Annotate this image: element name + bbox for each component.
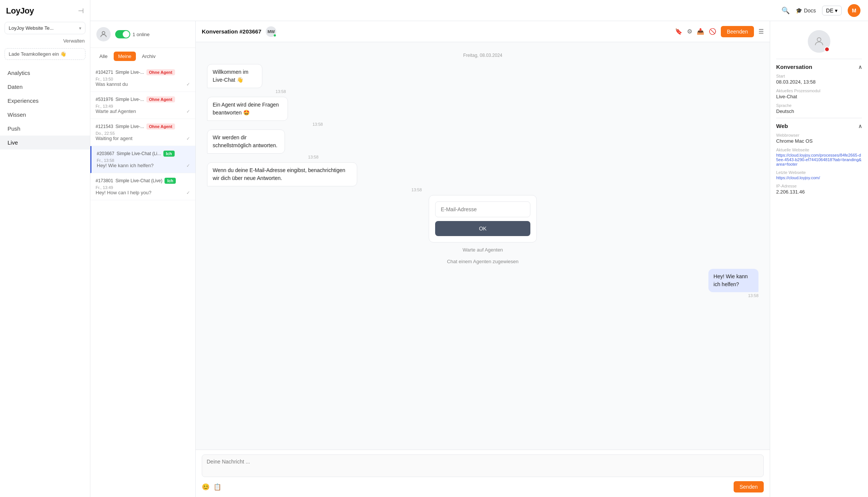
sidebar-item-daten[interactable]: Daten [0, 80, 90, 94]
status-badge: Ohne Agent [146, 96, 175, 102]
docs-link[interactable]: 🎓 Docs [796, 8, 816, 14]
web-label: Web [776, 123, 788, 129]
email-form: OK [429, 195, 537, 242]
conv-time: Fr., 13:50 [96, 77, 113, 81]
sprache-value: Deutsch [776, 108, 862, 114]
agent-avatar [96, 27, 111, 41]
message-row: Hey! Wie kann ich helfen? 13:58 [207, 269, 758, 298]
webbrowser-value: Chrome Mac OS [776, 138, 862, 144]
start-row: Start 08.03.2024, 13:58 [776, 74, 862, 85]
bookmark-icon[interactable]: 🔖 [675, 28, 682, 35]
conversation-tabs: Alle Meine Archiv [90, 48, 195, 65]
conv-preview-text: Hey! Wie kann ich helfen? [97, 163, 154, 168]
sidebar-item-push[interactable]: Push [0, 122, 90, 136]
collapse-button[interactable]: ⊣ [78, 7, 84, 15]
chat-header-actions: 🔖 ⚙ 📥 🚫 Beenden ☰ [675, 26, 764, 37]
webbrowser-label: Webbrowser [776, 133, 862, 137]
check-icon: ✓ [186, 82, 190, 87]
sidebar-item-experiences[interactable]: Experiences [0, 94, 90, 108]
tab-meine[interactable]: Meine [114, 52, 136, 61]
prozessmodul-row: Aktuelles Prozessmodul Live-Chat [776, 88, 862, 99]
chat-header: Konversation #203667 MW 🔖 ⚙ 📥 🚫 Beenden … [196, 21, 770, 42]
conv-list-header: 1 online [90, 21, 195, 48]
template-icon[interactable]: 📋 [213, 483, 221, 491]
start-label: Start [776, 74, 862, 78]
online-count: 1 online [132, 32, 150, 37]
workspace-selector[interactable]: LoyJoy Website Te... ▾ [5, 22, 85, 34]
check-icon: ✓ [186, 190, 190, 195]
sidebar-item-wissen[interactable]: Wissen [0, 108, 90, 122]
prozessmodul-label: Aktuelles Prozessmodul [776, 88, 862, 93]
search-icon[interactable]: 🔍 [781, 6, 790, 15]
online-toggle-area: 1 online [115, 30, 150, 38]
user-avatar-button[interactable]: M [848, 4, 860, 17]
aktuelle-webseite-row: Aktuelle Webseite https://cloud.loyjoy.c… [776, 148, 862, 166]
webbrowser-row: Webbrowser Chrome Mac OS [776, 133, 862, 144]
senden-button[interactable]: Senden [734, 481, 764, 492]
conv-time: Fr., 13:49 [96, 104, 113, 108]
conversation-list: #104271 Simple Live-... Ohne Agent Fr., … [90, 65, 195, 497]
letzte-webseite-value: https://cloud.loyjoy.com/ [776, 175, 862, 180]
emoji-icon[interactable]: 😊 [202, 483, 210, 491]
sprache-label: Sprache [776, 103, 862, 108]
docs-icon: 🎓 [796, 8, 802, 14]
web-section-header[interactable]: Web ∧ [776, 123, 862, 129]
chevron-up-icon: ∧ [858, 64, 862, 70]
conv-preview-text: Hey! How can I help you? [96, 190, 151, 195]
conv-name: Simple Live-... [116, 97, 144, 102]
status-badge: Ich [163, 151, 175, 157]
list-item[interactable]: #203667 Simple Live-Chat (Li... Ich Fr.,… [90, 146, 195, 173]
ip-label: IP-Adresse [776, 184, 862, 188]
conv-preview-text: Was kannst du [96, 81, 128, 87]
conv-name: Simple Live-... [116, 124, 144, 129]
message-bubble: Willkommen im Live-Chat 👋 [207, 64, 262, 88]
lang-chevron-icon: ▾ [835, 8, 838, 14]
main: 🔍 🎓 Docs DE ▾ M 1 online Alle [90, 0, 868, 497]
chat-title: Konversation #203667 [202, 28, 261, 35]
user-initials: MW [268, 29, 275, 34]
ip-row: IP-Adresse 2.206.131.46 [776, 184, 862, 195]
assign-icon[interactable]: ⚙ [687, 28, 692, 35]
list-item[interactable]: #104271 Simple Live-... Ohne Agent Fr., … [90, 65, 195, 92]
list-item[interactable]: #173801 Simple Live-Chat (Live) Ich Fr.,… [90, 173, 195, 200]
conv-id: #203667 [97, 151, 114, 156]
online-toggle[interactable] [115, 30, 130, 38]
chat-toolbar: 😊 📋 Senden [202, 481, 764, 492]
tab-archiv[interactable]: Archiv [137, 52, 160, 61]
tab-alle[interactable]: Alle [95, 52, 112, 61]
konversation-label: Konversation [776, 64, 812, 70]
online-indicator [273, 34, 276, 37]
verwalten-link[interactable]: Verwalten [0, 37, 90, 47]
download-icon[interactable]: 📥 [697, 28, 704, 35]
email-input[interactable] [435, 201, 530, 217]
chat-input-area: 😊 📋 Senden [196, 450, 770, 497]
start-value: 08.03.2024, 13:58 [776, 79, 862, 85]
ok-button[interactable]: OK [435, 221, 530, 236]
sidebar-item-live[interactable]: Live [0, 136, 90, 149]
list-item[interactable]: #121543 Simple Live-... Ohne Agent Do., … [90, 119, 195, 146]
user-profile-avatar [808, 30, 830, 53]
sidebar-header: LoyJoy ⊣ [0, 0, 90, 19]
menu-icon[interactable]: ☰ [758, 28, 764, 35]
workspace-name: LoyJoy Website Te... [9, 25, 53, 31]
beenden-button[interactable]: Beenden [721, 26, 754, 37]
message-time: 13:58 [207, 122, 323, 127]
message-row: Wir werden dir schnellstmöglich antworte… [207, 130, 758, 159]
message-bubble: Ein Agent wird deine Fragen beantworten … [207, 97, 288, 121]
conv-name: Simple Live-Chat (Live) [116, 178, 163, 183]
status-badge: Ohne Agent [146, 69, 175, 75]
date-divider: Freitag, 08.03.2024 [207, 53, 758, 58]
message-input[interactable] [202, 454, 764, 477]
sidebar-item-analytics[interactable]: Analytics [0, 66, 90, 80]
letzte-webseite-label: Letzte Webseite [776, 170, 862, 175]
konversation-section: Konversation ∧ Start 08.03.2024, 13:58 A… [776, 59, 862, 114]
message-time: 13:58 [207, 89, 286, 94]
conv-name: Simple Live-Chat (Li... [117, 151, 161, 156]
konversation-section-header[interactable]: Konversation ∧ [776, 64, 862, 70]
invite-button[interactable]: Lade Teamkollegen ein 👋 [5, 48, 85, 60]
block-icon[interactable]: 🚫 [709, 28, 716, 35]
nav-items: Analytics Daten Experiences Wissen Push … [0, 64, 90, 497]
language-selector[interactable]: DE ▾ [822, 6, 842, 15]
message-bubble: Wir werden dir schnellstmöglich antworte… [207, 130, 285, 154]
list-item[interactable]: #531976 Simple Live-... Ohne Agent Fr., … [90, 92, 195, 119]
